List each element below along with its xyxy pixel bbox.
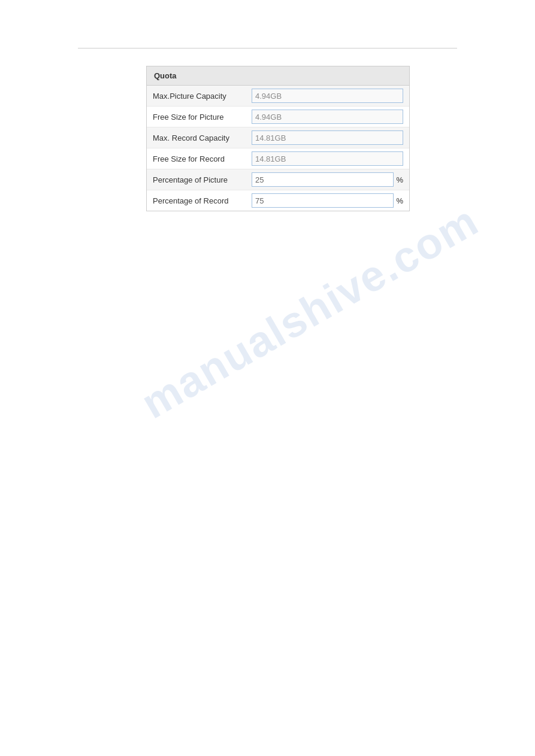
input-free-size-picture (252, 110, 403, 124)
suffix-percentage-record: % (396, 196, 403, 205)
label-max-picture-capacity: Max.Picture Capacity (153, 92, 252, 101)
main-container: Quota Max.Picture CapacityFree Size for … (146, 66, 410, 211)
form-row-percentage-record: Percentage of Record% (147, 190, 409, 211)
quota-title: Quota (154, 71, 177, 80)
suffix-percentage-picture: % (396, 175, 403, 184)
form-row-max-record-capacity: Max. Record Capacity (147, 127, 409, 148)
form-row-free-size-picture: Free Size for Picture (147, 107, 409, 127)
input-max-record-capacity (252, 130, 403, 145)
form-row-percentage-picture: Percentage of Picture% (147, 169, 409, 190)
watermark: manualshive.com (133, 196, 486, 428)
quota-panel: Quota Max.Picture CapacityFree Size for … (146, 66, 410, 211)
label-percentage-picture: Percentage of Picture (153, 175, 252, 184)
label-free-size-record: Free Size for Record (153, 154, 252, 163)
input-max-picture-capacity (252, 89, 403, 103)
quota-header: Quota (147, 66, 409, 86)
label-max-record-capacity: Max. Record Capacity (153, 133, 252, 142)
top-divider (78, 48, 457, 48)
form-row-free-size-record: Free Size for Record (147, 148, 409, 169)
input-percentage-picture[interactable] (252, 172, 394, 187)
input-free-size-record (252, 151, 403, 166)
quota-body: Max.Picture CapacityFree Size for Pictur… (147, 86, 409, 211)
input-percentage-record[interactable] (252, 193, 394, 208)
form-row-max-picture-capacity: Max.Picture Capacity (147, 86, 409, 107)
label-free-size-picture: Free Size for Picture (153, 113, 252, 122)
label-percentage-record: Percentage of Record (153, 196, 252, 205)
